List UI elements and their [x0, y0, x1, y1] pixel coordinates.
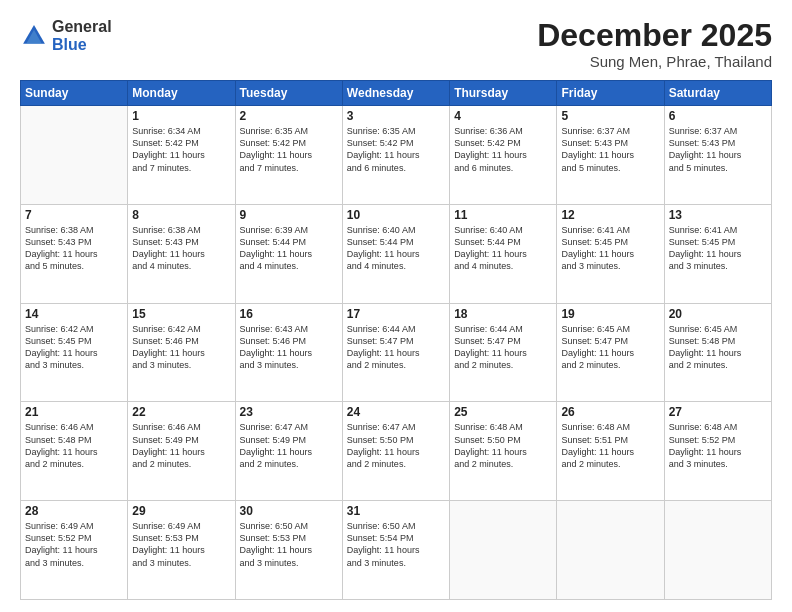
week-row-0: 1Sunrise: 6:34 AM Sunset: 5:42 PM Daylig… [21, 106, 772, 205]
month-title: December 2025 [537, 18, 772, 53]
calendar-cell: 6Sunrise: 6:37 AM Sunset: 5:43 PM Daylig… [664, 106, 771, 205]
calendar-cell [21, 106, 128, 205]
day-number: 30 [240, 504, 338, 518]
calendar-cell: 14Sunrise: 6:42 AM Sunset: 5:45 PM Dayli… [21, 303, 128, 402]
weekday-header-tuesday: Tuesday [235, 81, 342, 106]
day-number: 31 [347, 504, 445, 518]
calendar-cell: 27Sunrise: 6:48 AM Sunset: 5:52 PM Dayli… [664, 402, 771, 501]
weekday-header-wednesday: Wednesday [342, 81, 449, 106]
logo-blue: Blue [52, 36, 112, 54]
calendar-cell: 28Sunrise: 6:49 AM Sunset: 5:52 PM Dayli… [21, 501, 128, 600]
weekday-header-sunday: Sunday [21, 81, 128, 106]
day-number: 17 [347, 307, 445, 321]
week-row-1: 7Sunrise: 6:38 AM Sunset: 5:43 PM Daylig… [21, 204, 772, 303]
day-number: 16 [240, 307, 338, 321]
calendar-cell: 8Sunrise: 6:38 AM Sunset: 5:43 PM Daylig… [128, 204, 235, 303]
day-number: 22 [132, 405, 230, 419]
calendar-table: SundayMondayTuesdayWednesdayThursdayFrid… [20, 80, 772, 600]
day-number: 24 [347, 405, 445, 419]
page: General Blue December 2025 Sung Men, Phr… [0, 0, 792, 612]
calendar-cell: 20Sunrise: 6:45 AM Sunset: 5:48 PM Dayli… [664, 303, 771, 402]
logo-text: General Blue [52, 18, 112, 53]
cell-info: Sunrise: 6:35 AM Sunset: 5:42 PM Dayligh… [240, 125, 338, 174]
weekday-header-row: SundayMondayTuesdayWednesdayThursdayFrid… [21, 81, 772, 106]
calendar-cell: 7Sunrise: 6:38 AM Sunset: 5:43 PM Daylig… [21, 204, 128, 303]
calendar-cell: 19Sunrise: 6:45 AM Sunset: 5:47 PM Dayli… [557, 303, 664, 402]
cell-info: Sunrise: 6:47 AM Sunset: 5:50 PM Dayligh… [347, 421, 445, 470]
calendar-cell: 24Sunrise: 6:47 AM Sunset: 5:50 PM Dayli… [342, 402, 449, 501]
day-number: 20 [669, 307, 767, 321]
day-number: 27 [669, 405, 767, 419]
cell-info: Sunrise: 6:40 AM Sunset: 5:44 PM Dayligh… [454, 224, 552, 273]
cell-info: Sunrise: 6:41 AM Sunset: 5:45 PM Dayligh… [669, 224, 767, 273]
calendar-cell: 2Sunrise: 6:35 AM Sunset: 5:42 PM Daylig… [235, 106, 342, 205]
cell-info: Sunrise: 6:35 AM Sunset: 5:42 PM Dayligh… [347, 125, 445, 174]
day-number: 29 [132, 504, 230, 518]
cell-info: Sunrise: 6:41 AM Sunset: 5:45 PM Dayligh… [561, 224, 659, 273]
day-number: 10 [347, 208, 445, 222]
day-number: 26 [561, 405, 659, 419]
cell-info: Sunrise: 6:46 AM Sunset: 5:49 PM Dayligh… [132, 421, 230, 470]
day-number: 12 [561, 208, 659, 222]
cell-info: Sunrise: 6:42 AM Sunset: 5:46 PM Dayligh… [132, 323, 230, 372]
calendar-cell: 10Sunrise: 6:40 AM Sunset: 5:44 PM Dayli… [342, 204, 449, 303]
calendar-cell: 18Sunrise: 6:44 AM Sunset: 5:47 PM Dayli… [450, 303, 557, 402]
logo: General Blue [20, 18, 112, 53]
calendar-cell: 4Sunrise: 6:36 AM Sunset: 5:42 PM Daylig… [450, 106, 557, 205]
cell-info: Sunrise: 6:49 AM Sunset: 5:52 PM Dayligh… [25, 520, 123, 569]
cell-info: Sunrise: 6:48 AM Sunset: 5:52 PM Dayligh… [669, 421, 767, 470]
cell-info: Sunrise: 6:34 AM Sunset: 5:42 PM Dayligh… [132, 125, 230, 174]
calendar-cell: 1Sunrise: 6:34 AM Sunset: 5:42 PM Daylig… [128, 106, 235, 205]
day-number: 7 [25, 208, 123, 222]
cell-info: Sunrise: 6:37 AM Sunset: 5:43 PM Dayligh… [561, 125, 659, 174]
calendar-cell: 22Sunrise: 6:46 AM Sunset: 5:49 PM Dayli… [128, 402, 235, 501]
week-row-4: 28Sunrise: 6:49 AM Sunset: 5:52 PM Dayli… [21, 501, 772, 600]
day-number: 18 [454, 307, 552, 321]
calendar-cell: 12Sunrise: 6:41 AM Sunset: 5:45 PM Dayli… [557, 204, 664, 303]
weekday-header-thursday: Thursday [450, 81, 557, 106]
cell-info: Sunrise: 6:45 AM Sunset: 5:48 PM Dayligh… [669, 323, 767, 372]
day-number: 13 [669, 208, 767, 222]
day-number: 2 [240, 109, 338, 123]
cell-info: Sunrise: 6:38 AM Sunset: 5:43 PM Dayligh… [25, 224, 123, 273]
calendar-cell: 26Sunrise: 6:48 AM Sunset: 5:51 PM Dayli… [557, 402, 664, 501]
calendar-cell: 3Sunrise: 6:35 AM Sunset: 5:42 PM Daylig… [342, 106, 449, 205]
cell-info: Sunrise: 6:45 AM Sunset: 5:47 PM Dayligh… [561, 323, 659, 372]
day-number: 14 [25, 307, 123, 321]
cell-info: Sunrise: 6:47 AM Sunset: 5:49 PM Dayligh… [240, 421, 338, 470]
day-number: 15 [132, 307, 230, 321]
calendar-cell: 29Sunrise: 6:49 AM Sunset: 5:53 PM Dayli… [128, 501, 235, 600]
calendar-cell: 31Sunrise: 6:50 AM Sunset: 5:54 PM Dayli… [342, 501, 449, 600]
day-number: 6 [669, 109, 767, 123]
day-number: 25 [454, 405, 552, 419]
cell-info: Sunrise: 6:43 AM Sunset: 5:46 PM Dayligh… [240, 323, 338, 372]
day-number: 3 [347, 109, 445, 123]
calendar-cell: 16Sunrise: 6:43 AM Sunset: 5:46 PM Dayli… [235, 303, 342, 402]
calendar-cell: 9Sunrise: 6:39 AM Sunset: 5:44 PM Daylig… [235, 204, 342, 303]
cell-info: Sunrise: 6:44 AM Sunset: 5:47 PM Dayligh… [454, 323, 552, 372]
calendar-cell: 11Sunrise: 6:40 AM Sunset: 5:44 PM Dayli… [450, 204, 557, 303]
day-number: 19 [561, 307, 659, 321]
week-row-3: 21Sunrise: 6:46 AM Sunset: 5:48 PM Dayli… [21, 402, 772, 501]
calendar-cell: 25Sunrise: 6:48 AM Sunset: 5:50 PM Dayli… [450, 402, 557, 501]
calendar-cell: 21Sunrise: 6:46 AM Sunset: 5:48 PM Dayli… [21, 402, 128, 501]
title-area: December 2025 Sung Men, Phrae, Thailand [537, 18, 772, 70]
cell-info: Sunrise: 6:48 AM Sunset: 5:50 PM Dayligh… [454, 421, 552, 470]
header: General Blue December 2025 Sung Men, Phr… [20, 18, 772, 70]
day-number: 11 [454, 208, 552, 222]
cell-info: Sunrise: 6:40 AM Sunset: 5:44 PM Dayligh… [347, 224, 445, 273]
day-number: 23 [240, 405, 338, 419]
weekday-header-saturday: Saturday [664, 81, 771, 106]
calendar-cell [664, 501, 771, 600]
calendar-cell: 15Sunrise: 6:42 AM Sunset: 5:46 PM Dayli… [128, 303, 235, 402]
cell-info: Sunrise: 6:36 AM Sunset: 5:42 PM Dayligh… [454, 125, 552, 174]
logo-icon [20, 22, 48, 50]
location-subtitle: Sung Men, Phrae, Thailand [537, 53, 772, 70]
day-number: 28 [25, 504, 123, 518]
week-row-2: 14Sunrise: 6:42 AM Sunset: 5:45 PM Dayli… [21, 303, 772, 402]
cell-info: Sunrise: 6:46 AM Sunset: 5:48 PM Dayligh… [25, 421, 123, 470]
cell-info: Sunrise: 6:38 AM Sunset: 5:43 PM Dayligh… [132, 224, 230, 273]
day-number: 8 [132, 208, 230, 222]
cell-info: Sunrise: 6:39 AM Sunset: 5:44 PM Dayligh… [240, 224, 338, 273]
cell-info: Sunrise: 6:50 AM Sunset: 5:53 PM Dayligh… [240, 520, 338, 569]
